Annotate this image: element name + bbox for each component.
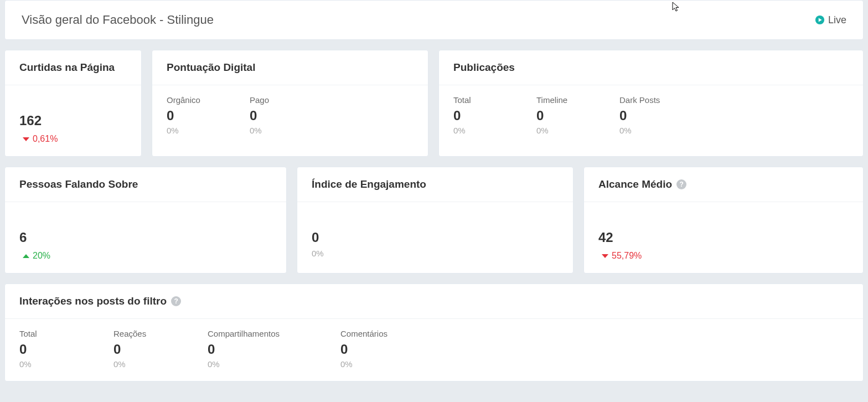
metric-total: Total 0 0% — [453, 95, 503, 135]
card-posts: Publicações Total 0 0% Timeline 0 0% Dar… — [438, 50, 864, 157]
play-circle-icon — [815, 15, 825, 25]
page-likes-value: 162 — [19, 113, 127, 128]
live-indicator[interactable]: Live — [815, 14, 846, 26]
metric-delta: 0% — [619, 126, 669, 135]
help-icon[interactable]: ? — [676, 179, 686, 189]
page-likes-delta: 0,61% — [19, 134, 127, 144]
card-title: Curtidas na Página — [19, 61, 115, 74]
card-title: Alcance Médio — [598, 178, 672, 190]
card-talking-about: Pessoas Falando Sobre 6 20% — [4, 167, 287, 274]
delta-text: 55,79% — [612, 251, 642, 261]
metric-label: Total — [453, 95, 503, 105]
metric-delta: 0% — [536, 126, 586, 135]
card-title: Pessoas Falando Sobre — [19, 178, 138, 190]
metric-delta: 0% — [19, 359, 69, 369]
help-icon[interactable]: ? — [171, 296, 181, 306]
metric-label: Total — [19, 329, 69, 338]
metrics-row: Total 0 0% Timeline 0 0% Dark Posts 0 0% — [453, 95, 849, 135]
page-header: Visão geral do Facebook - Stilingue Live — [4, 0, 864, 40]
talking-about-value: 6 — [19, 230, 272, 245]
stats-row-2: Pessoas Falando Sobre 6 20% Índice de En… — [4, 167, 864, 274]
card-body: Total 0 0% Timeline 0 0% Dark Posts 0 0% — [439, 85, 863, 147]
card-title: Publicações — [453, 61, 515, 74]
metric-delta: 0% — [167, 126, 216, 135]
stats-row-3: Interações nos posts do filtro ? Total 0… — [4, 284, 864, 382]
avg-reach-delta: 55,79% — [598, 251, 849, 261]
metric-delta: 0% — [250, 126, 299, 135]
metric-organic: Orgânico 0 0% — [167, 95, 216, 135]
delta-text: 20% — [33, 251, 50, 261]
metric-delta: 0% — [340, 359, 390, 369]
card-header: Interações nos posts do filtro ? — [5, 284, 863, 319]
card-body: Total 0 0% Reações 0 0% Compartilhamento… — [5, 319, 863, 381]
card-body: 42 55,79% — [584, 202, 863, 273]
metric-value: 0 — [19, 342, 69, 357]
avg-reach-value: 42 — [598, 230, 849, 245]
card-header: Pontuação Digital — [152, 50, 428, 85]
caret-down-icon — [23, 137, 29, 141]
metric-delta: 0% — [453, 126, 503, 135]
card-header: Publicações — [439, 50, 863, 85]
card-body: 0 0% — [297, 202, 573, 270]
card-page-likes: Curtidas na Página 162 0,61% — [4, 50, 142, 157]
metric-label: Reações — [113, 329, 163, 338]
card-header: Pessoas Falando Sobre — [5, 167, 286, 202]
metric-reactions: Reações 0 0% — [113, 329, 163, 369]
card-title: Índice de Engajamento — [312, 178, 426, 190]
talking-about-delta: 20% — [19, 251, 272, 261]
card-title: Pontuação Digital — [167, 61, 255, 74]
metric-value: 0 — [113, 342, 163, 357]
metrics-row: Orgânico 0 0% Pago 0 0% — [167, 95, 414, 135]
live-label: Live — [828, 14, 846, 26]
caret-down-icon — [602, 254, 608, 258]
metric-label: Orgânico — [167, 95, 216, 105]
metric-value: 0 — [619, 108, 669, 123]
card-body: Orgânico 0 0% Pago 0 0% — [152, 85, 428, 147]
card-body: 6 20% — [5, 202, 286, 273]
metric-value: 0 — [167, 108, 216, 123]
metric-paid: Pago 0 0% — [250, 95, 299, 135]
card-engagement-index: Índice de Engajamento 0 0% — [297, 167, 574, 274]
metric-value: 0 — [208, 342, 296, 357]
card-title: Interações nos posts do filtro — [19, 295, 167, 307]
card-header: Curtidas na Página — [5, 50, 141, 85]
card-interactions: Interações nos posts do filtro ? Total 0… — [4, 284, 864, 382]
metric-value: 0 — [250, 108, 299, 123]
engagement-delta: 0% — [312, 249, 559, 258]
card-header: Índice de Engajamento — [297, 167, 573, 202]
metric-delta: 0% — [208, 359, 296, 369]
engagement-value: 0 — [312, 230, 559, 245]
metric-shares: Compartilhamentos 0 0% — [208, 329, 296, 369]
metric-value: 0 — [340, 342, 390, 357]
metric-timeline: Timeline 0 0% — [536, 95, 586, 135]
caret-up-icon — [23, 254, 29, 258]
metrics-row: Total 0 0% Reações 0 0% Compartilhamento… — [19, 329, 849, 369]
metric-value: 0 — [536, 108, 586, 123]
card-body: 162 0,61% — [5, 85, 141, 156]
card-avg-reach: Alcance Médio ? 42 55,79% — [583, 167, 864, 274]
delta-text: 0,61% — [33, 134, 58, 144]
metric-label: Pago — [250, 95, 299, 105]
stats-row-1: Curtidas na Página 162 0,61% Pontuação D… — [4, 50, 864, 157]
metric-comments: Comentários 0 0% — [340, 329, 390, 369]
metric-label: Dark Posts — [619, 95, 669, 105]
metric-label: Compartilhamentos — [208, 329, 296, 338]
metric-delta: 0% — [113, 359, 163, 369]
metric-label: Timeline — [536, 95, 586, 105]
metric-value: 0 — [453, 108, 503, 123]
card-digital-score: Pontuação Digital Orgânico 0 0% Pago 0 0… — [152, 50, 428, 157]
card-header: Alcance Médio ? — [584, 167, 863, 202]
metric-darkposts: Dark Posts 0 0% — [619, 95, 669, 135]
metric-total: Total 0 0% — [19, 329, 69, 369]
metric-label: Comentários — [340, 329, 390, 338]
page-title: Visão geral do Facebook - Stilingue — [22, 13, 214, 27]
